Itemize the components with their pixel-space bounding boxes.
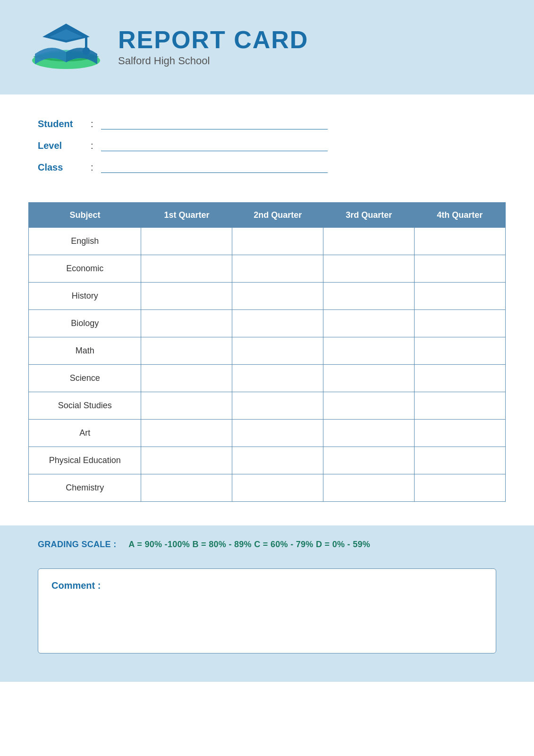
q4-cell[interactable] — [415, 447, 506, 474]
class-colon: : — [91, 162, 93, 173]
q1-cell[interactable] — [141, 255, 232, 283]
q3-cell[interactable] — [323, 310, 415, 337]
q1-cell[interactable] — [141, 447, 232, 474]
q3-cell[interactable] — [323, 420, 415, 447]
q2-cell[interactable] — [232, 255, 323, 283]
q2-cell[interactable] — [232, 310, 323, 337]
q4-cell[interactable] — [415, 255, 506, 283]
q2-cell[interactable] — [232, 228, 323, 255]
comment-label: Comment : — [51, 580, 483, 591]
q1-cell[interactable] — [141, 474, 232, 502]
student-label: Student — [38, 119, 85, 129]
subject-cell: Science — [29, 365, 141, 392]
table-section: Subject 1st Quarter 2nd Quarter 3rd Quar… — [0, 198, 534, 516]
col-q3: 3rd Quarter — [323, 203, 415, 228]
subject-cell: Art — [29, 420, 141, 447]
header-text: REPORT CARD Salford High School — [118, 27, 308, 67]
q4-cell[interactable] — [415, 474, 506, 502]
q3-cell[interactable] — [323, 337, 415, 365]
subject-cell: Biology — [29, 310, 141, 337]
q2-cell[interactable] — [232, 337, 323, 365]
q4-cell[interactable] — [415, 228, 506, 255]
q4-cell[interactable] — [415, 310, 506, 337]
table-row: Math — [29, 337, 506, 365]
q3-cell[interactable] — [323, 392, 415, 420]
grading-section: GRADING SCALE : A = 90% -100% B = 80% - … — [0, 525, 534, 564]
class-row: Class : — [38, 162, 496, 173]
table-row: Art — [29, 420, 506, 447]
page-title: REPORT CARD — [118, 27, 308, 52]
col-q2: 2nd Quarter — [232, 203, 323, 228]
q4-cell[interactable] — [415, 337, 506, 365]
class-input[interactable] — [101, 162, 328, 173]
logo-icon — [28, 19, 104, 76]
subject-cell: Chemistry — [29, 474, 141, 502]
q4-cell[interactable] — [415, 420, 506, 447]
grading-text: GRADING SCALE : A = 90% -100% B = 80% - … — [38, 540, 370, 549]
table-row: Chemistry — [29, 474, 506, 502]
subject-cell: Social Studies — [29, 392, 141, 420]
info-section: Student : Level : Class : — [0, 94, 534, 198]
table-row: Economic — [29, 255, 506, 283]
level-colon: : — [91, 140, 93, 151]
q1-cell[interactable] — [141, 228, 232, 255]
table-row: Social Studies — [29, 392, 506, 420]
table-header-row: Subject 1st Quarter 2nd Quarter 3rd Quar… — [29, 203, 506, 228]
subject-cell: Physical Education — [29, 447, 141, 474]
level-row: Level : — [38, 140, 496, 151]
table-row: History — [29, 283, 506, 310]
col-subject: Subject — [29, 203, 141, 228]
q2-cell[interactable] — [232, 365, 323, 392]
table-row: English — [29, 228, 506, 255]
school-name: Salford High School — [118, 55, 308, 67]
comment-section: Comment : — [0, 564, 534, 682]
q1-cell[interactable] — [141, 283, 232, 310]
q2-cell[interactable] — [232, 474, 323, 502]
level-input[interactable] — [101, 140, 328, 151]
subject-cell: Economic — [29, 255, 141, 283]
header-section: REPORT CARD Salford High School — [0, 0, 534, 94]
q3-cell[interactable] — [323, 474, 415, 502]
table-row: Physical Education — [29, 447, 506, 474]
grading-label: GRADING SCALE : — [38, 540, 117, 549]
logo — [28, 19, 104, 76]
class-label: Class — [38, 162, 85, 173]
svg-point-3 — [83, 47, 90, 55]
col-q1: 1st Quarter — [141, 203, 232, 228]
student-input[interactable] — [101, 118, 328, 129]
q3-cell[interactable] — [323, 283, 415, 310]
q3-cell[interactable] — [323, 255, 415, 283]
subject-cell: Math — [29, 337, 141, 365]
q3-cell[interactable] — [323, 447, 415, 474]
level-label: Level — [38, 140, 85, 151]
comment-box: Comment : — [38, 568, 496, 653]
q1-cell[interactable] — [141, 365, 232, 392]
q2-cell[interactable] — [232, 283, 323, 310]
q1-cell[interactable] — [141, 392, 232, 420]
q4-cell[interactable] — [415, 283, 506, 310]
col-q4: 4th Quarter — [415, 203, 506, 228]
table-row: Science — [29, 365, 506, 392]
q1-cell[interactable] — [141, 310, 232, 337]
q1-cell[interactable] — [141, 420, 232, 447]
student-colon: : — [91, 119, 93, 129]
q1-cell[interactable] — [141, 337, 232, 365]
q3-cell[interactable] — [323, 228, 415, 255]
q4-cell[interactable] — [415, 365, 506, 392]
subject-cell: English — [29, 228, 141, 255]
grading-scale: A = 90% -100% B = 80% - 89% C = 60% - 79… — [128, 540, 370, 549]
subject-cell: History — [29, 283, 141, 310]
student-row: Student : — [38, 118, 496, 129]
q3-cell[interactable] — [323, 365, 415, 392]
q4-cell[interactable] — [415, 392, 506, 420]
q2-cell[interactable] — [232, 392, 323, 420]
q2-cell[interactable] — [232, 420, 323, 447]
grades-table: Subject 1st Quarter 2nd Quarter 3rd Quar… — [28, 202, 506, 502]
q2-cell[interactable] — [232, 447, 323, 474]
table-row: Biology — [29, 310, 506, 337]
